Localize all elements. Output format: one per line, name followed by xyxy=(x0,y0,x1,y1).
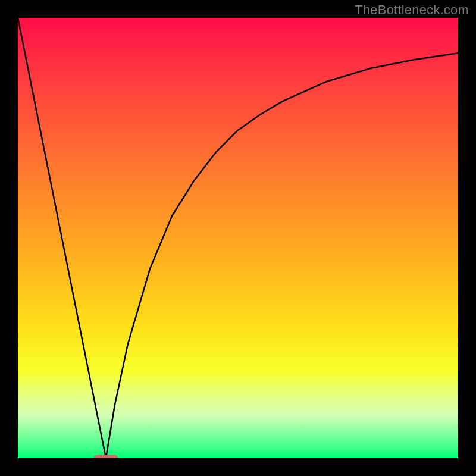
plot-background xyxy=(18,18,458,458)
curve-minimum-marker xyxy=(94,455,118,458)
chart-plot xyxy=(18,18,458,458)
watermark-text: TheBottleneck.com xyxy=(355,2,469,18)
chart-frame: TheBottleneck.com xyxy=(0,0,476,476)
